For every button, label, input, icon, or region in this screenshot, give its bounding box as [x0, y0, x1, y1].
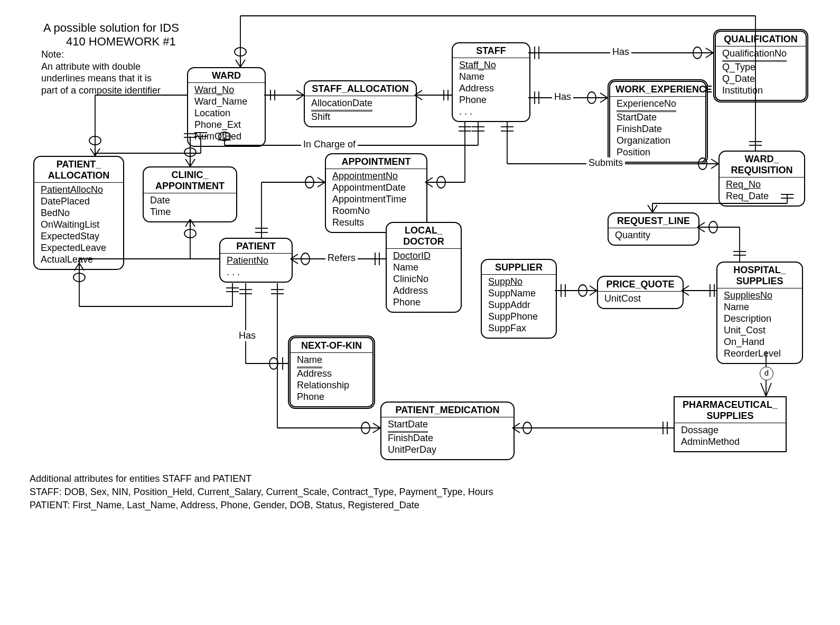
rel-has-nok: Has: [237, 330, 258, 341]
entity-work-experience: WORK_EXPERIENCE ExperienceNoStartDateFin…: [608, 79, 708, 164]
svg-point-64: [89, 136, 101, 145]
footer-line-0: Additional attributes for entities STAFF…: [30, 473, 251, 485]
entity-clinic-appointment: CLINIC_ APPOINTMENT DateTime: [143, 166, 237, 222]
entity-staff-allocation: STAFF_ALLOCATION AllocationDateShift: [304, 80, 417, 127]
footer-line-1: STAFF: DOB, Sex, NIN, Position_Held, Cur…: [30, 486, 493, 498]
entity-patient: PATIENT PatientNo. . .: [219, 238, 293, 283]
svg-point-54: [437, 176, 445, 188]
svg-point-76: [73, 273, 85, 282]
svg-point-96: [361, 422, 370, 434]
page-title-2: 410 HOMEWORK #1: [66, 35, 176, 49]
page-title-1: A possible solution for IDS: [43, 21, 179, 35]
rel-in-charge: In Charge of: [301, 139, 358, 150]
rel-has-qual: Has: [610, 46, 631, 58]
rel-refers: Refers: [325, 253, 358, 264]
entity-patient-allocation: PATIENT_ ALLOCATION PatientAllocNoDatePl…: [33, 156, 124, 270]
entity-appointment: APPOINTMENT AppointmentNoAppointmentDate…: [325, 153, 427, 233]
svg-point-39: [578, 285, 587, 296]
entity-request-line: REQUEST_LINE Quantity: [608, 212, 699, 246]
entity-staff: STAFF Staff_NoNameAddressPhone. . .: [452, 42, 530, 122]
svg-point-57: [305, 176, 314, 188]
svg-point-83: [301, 253, 310, 265]
svg-point-90: [269, 358, 278, 369]
rel-submits: Submits: [586, 157, 625, 169]
svg-point-98: [523, 422, 531, 434]
entity-qualification: QUALIFICATION QualificationNoQ_TypeQ_Dat…: [713, 29, 808, 102]
entity-ward: WARD Ward_NoWard_NameLocationPhone_ExtNu…: [187, 67, 266, 147]
entity-next-of-kin: NEXT-OF-KIN NameAddressRelationshipPhone: [288, 335, 375, 409]
entity-local-doctor: LOCAL_ DOCTOR DoctorIDNameClinicNoAddres…: [386, 222, 462, 313]
entity-patient-medication: PATIENT_MEDICATION StartDateFinishDateUn…: [380, 402, 515, 460]
svg-point-68: [184, 148, 196, 156]
entity-ward-requisition: WARD_ REQUISITION Req_NoReq_Date: [718, 151, 805, 207]
entity-supplier: SUPPLIER SuppNoSuppNameSuppAddrSuppPhone…: [481, 259, 557, 339]
entity-hospital-supplies: HOSPITAL_ SUPPLIES SuppliesNoNameDescrip…: [716, 262, 803, 364]
rel-has-workexp: Has: [552, 91, 573, 102]
note: Note:An attribute with double underlines…: [41, 49, 168, 96]
footer-line-2: PATIENT: First_Name, Last_Name, Address,…: [30, 499, 419, 511]
svg-point-13: [587, 92, 596, 104]
svg-point-24: [235, 48, 246, 56]
entity-pharmaceutical-supplies: PHARMACEUTICAL_ SUPPLIES DossageAdminMet…: [674, 396, 787, 452]
svg-point-9: [693, 47, 702, 59]
subtype-d: d: [760, 367, 773, 380]
svg-point-72: [184, 229, 196, 238]
svg-point-33: [709, 221, 717, 233]
entity-price-quote: PRICE_QUOTE UnitCost: [597, 276, 684, 309]
